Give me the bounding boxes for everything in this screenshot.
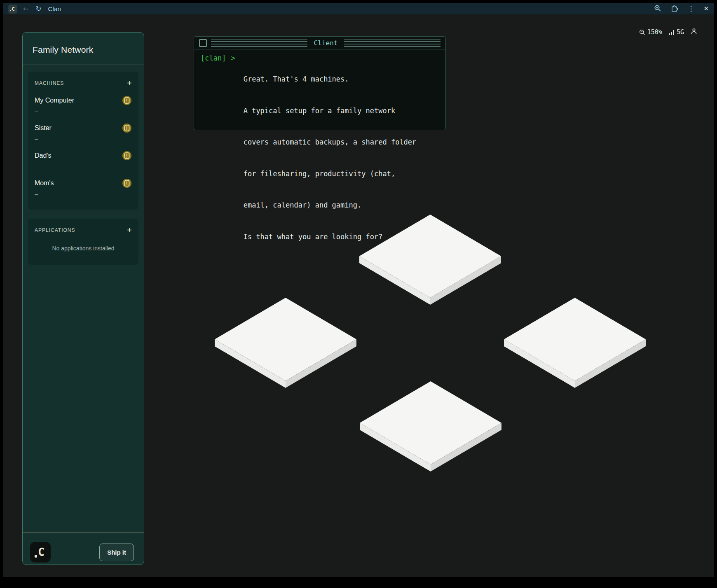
page-title: Family Network [33,45,134,55]
machine-status: – [35,107,132,114]
titlebar-stripes [211,39,307,47]
machine-tile-left[interactable] [214,297,357,389]
machine-status: – [35,190,132,197]
window-box-icon[interactable] [199,39,207,47]
magnifier-zoom-icon [639,29,645,35]
machine-alert-icon [122,178,132,188]
machine-name: My Computer [35,97,74,104]
applications-empty-message: No applications installed [35,245,132,252]
clan-logo: C [30,542,51,562]
terminal-prompt: [clan] [201,53,226,263]
ship-it-button[interactable]: Ship it [99,544,134,561]
account-icon[interactable] [691,28,697,36]
applications-header: APPLICATIONS [35,227,75,233]
network-indicator: 5G [669,28,684,36]
extensions-puzzle-icon[interactable] [670,4,678,14]
add-application-button[interactable]: + [127,226,132,234]
browser-topbar: C ← ↻ Clan ⋮ ✕ [3,3,714,14]
sidebar-footer: C Ship it [23,532,144,565]
machines-header: MACHINES [35,80,64,86]
zoom-level-value: 150% [647,28,662,36]
machine-row-my-computer[interactable]: My Computer – [35,96,132,114]
status-hud: 150% 5G [639,28,697,36]
clan-tab-icon: C [8,5,17,14]
machine-status: – [35,163,132,170]
terminal-prompt-symbol: > [231,53,235,263]
clan-logo-icon: C [34,546,47,559]
zoom-indicator[interactable]: 150% [639,28,662,36]
menu-kebab-icon[interactable]: ⋮ [687,5,694,12]
machine-alert-icon [122,123,132,133]
client-terminal-window: Client [clan] > Great. That's 4 machines… [194,36,446,130]
network-type-value: 5G [677,28,684,36]
machine-row-moms[interactable]: Mom's – [35,178,132,197]
zoom-in-icon[interactable] [654,5,661,14]
add-machine-button[interactable]: + [127,79,132,87]
close-icon[interactable]: ✕ [703,6,709,12]
sidebar-divider [23,65,144,65]
applications-panel: APPLICATIONS + No applications installed [28,219,138,265]
machine-row-dads[interactable]: Dad's – [35,151,132,170]
svg-text:C: C [38,546,45,558]
machine-alert-icon [122,96,132,105]
svg-text:C: C [12,6,14,12]
reload-icon[interactable]: ↻ [35,5,41,12]
terminal-titlebar[interactable]: Client [194,37,445,49]
machine-name: Mom's [35,180,54,187]
machine-tile-top[interactable] [359,214,501,306]
machine-name: Sister [35,124,52,132]
machine-status: – [35,135,132,142]
machine-name: Dad's [35,152,51,159]
machine-alert-icon [122,151,132,161]
app-window: C ← ↻ Clan ⋮ ✕ [0,0,717,588]
machine-tile-bottom[interactable] [359,381,502,472]
sidebar-header: Family Network [28,33,138,65]
page-tab-title: Clan [48,5,61,12]
machine-row-sister[interactable]: Sister – [35,123,132,142]
machine-tile-right[interactable] [504,297,646,389]
terminal-title: Client [312,39,340,47]
back-icon[interactable]: ← [23,5,29,12]
clan-logo-icon: C [9,6,16,12]
sidebar: Family Network MACHINES + My Computer [22,32,144,565]
titlebar-stripes [344,39,441,47]
signal-bars-icon [669,29,675,35]
machines-panel: MACHINES + My Computer – Sister [28,72,138,210]
